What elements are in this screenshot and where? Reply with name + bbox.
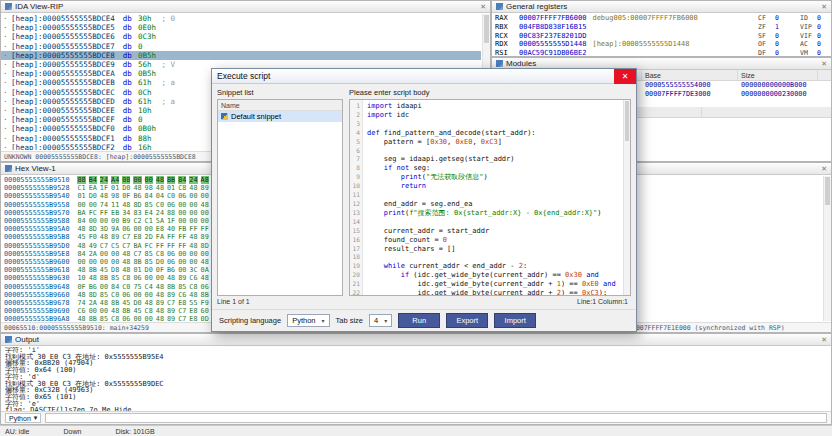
register-value[interactable]: 00C83F237E8201DD [519,32,586,40]
scrollbar-thumb[interactable] [484,15,489,43]
hex-byte: 45 [122,299,130,307]
module-base: 00007FFFF7DE3000 [642,90,738,99]
cpu-flag[interactable]: ZF1 [758,23,779,32]
panel-icon [496,3,503,10]
output-line: 字符值: 0x64 (100) [5,367,822,374]
modules-header-size[interactable]: Size [738,70,818,80]
hex-byte: C0 [111,291,119,299]
line-number: 22 [350,289,360,296]
interpreter-select[interactable]: Python ▾ [5,413,41,423]
hex-byte: 48 [201,274,209,282]
hex-byte: C0 [122,283,130,291]
editor-caret-status: Line:1 Column:1 [349,296,631,307]
modules-header-base[interactable]: Base [642,70,738,80]
hex-byte: 48 [89,274,97,282]
disasm-mnemonic: db [123,23,132,32]
tab-size-select[interactable]: 4 ▾ [369,314,392,327]
editor-scrollbar[interactable] [623,100,630,295]
hex-address: 00005555555B9678 [4,299,69,307]
snippet-item[interactable]: Default snippet [218,111,342,122]
hex-byte: C0 [156,201,164,209]
disasm-mnemonic: db [123,69,132,78]
disasm-address: [heap]:00005555555BDCE8 [11,51,115,60]
editor-column: Please enter script body 123456789101112… [349,88,631,307]
hex-byte: C8 [145,307,153,315]
disasm-panel-titlebar[interactable]: IDA View-RIP ✕ [1,1,490,13]
code-line: end_addr = seg.end_ea [367,200,630,209]
flag-name: VIP [800,23,817,32]
hex-byte: 48 [133,184,141,192]
hex-byte: 88 [77,176,85,184]
disasm-line[interactable]: ·[heap]:00005555555BDCE4db30h; 0 [1,14,481,23]
chevron-down-icon: ▾ [34,414,38,422]
disasm-operand: 0 [138,42,143,51]
hex-byte: 2D [145,233,153,241]
command-input[interactable] [45,413,827,423]
close-icon[interactable]: ✕ [821,60,827,67]
breakpoint-gutter: · [3,134,11,143]
scrollbar-thumb[interactable] [825,177,830,205]
close-icon[interactable]: ✕ [821,336,827,343]
hex-byte: FB [178,225,186,233]
disasm-line[interactable]: ·[heap]:00005555555BDCE5db0E0h [1,23,481,32]
hex-byte: 89 [167,291,175,299]
hex-byte: 00 [133,315,141,321]
cpu-flag[interactable]: VIP0 [800,23,821,32]
register-value[interactable]: 00005555555D1448 [519,40,586,48]
hex-byte: 00 [178,201,186,209]
disasm-line[interactable]: ·[heap]:00005555555BDCE7db0 [1,42,481,51]
snippet-list-header[interactable]: Name [218,100,342,111]
hex-byte: 06 [167,258,175,266]
cpu-flags-column-2: ID0VIP0VIF0AC0VM0 [800,14,821,58]
close-icon[interactable]: ✕ [821,165,827,172]
output-titlebar[interactable]: Output ✕ [1,334,831,346]
run-button[interactable]: Run [398,313,440,328]
cpu-flag[interactable]: VIF0 [800,32,821,41]
register-value[interactable]: 00AC59C91DB06BE2 [519,49,586,57]
dialog-titlebar[interactable]: Execute script ✕ [212,69,636,84]
register-annotation: debug005:00007FFFF7FB6000 [592,14,697,22]
cpu-flag[interactable]: CF0 [758,14,779,23]
code-line [367,120,630,129]
line-number: 6 [350,147,360,156]
breakpoint-gutter: · [3,51,11,60]
export-button[interactable]: Export [446,313,488,328]
register-value[interactable]: 004FB8D838F16B15 [519,23,586,31]
hex-address: 00005555555B95D0 [4,242,69,250]
chevron-down-icon: ▾ [322,317,325,324]
disasm-line[interactable]: ·[heap]:00005555555BDCE8db0B5h [1,51,481,60]
cpu-flag[interactable]: AC0 [800,40,821,49]
line-number: 10 [350,182,360,191]
hex-byte: 00 [145,225,153,233]
close-icon[interactable]: ✕ [480,3,486,10]
hex-byte: 89 [201,233,209,241]
hex-byte: C0 [167,192,175,200]
hex-byte: 48 [77,315,85,321]
hex-byte: 06 [122,315,130,321]
import-button[interactable]: Import [494,313,536,328]
disk-space: Disk: 101GB [115,428,154,435]
snippet-list[interactable]: Name Default snippet [217,99,343,296]
hex-byte: 00 [145,315,153,321]
disasm-mnemonic: db [123,134,132,143]
cpu-flag[interactable]: OF0 [758,40,779,49]
cpu-flag[interactable]: SF0 [758,32,779,41]
cpu-flag[interactable]: ID0 [800,14,821,23]
hex-byte: 48 [77,291,85,299]
close-icon[interactable]: ✕ [821,3,827,10]
script-code[interactable]: import idaapiimport idc def find_pattern… [363,100,630,295]
disasm-address: [heap]:00005555555BDCE6 [11,32,115,41]
stack-scrollbar[interactable] [823,176,831,321]
line-number: 11 [350,191,360,200]
scrollbar-thumb[interactable] [625,101,629,141]
snippet-column: Snippet list Name Default snippet Line 1… [217,88,343,307]
disasm-operand: 0 [138,115,143,124]
script-editor[interactable]: 12345678910111213141516171819202122 impo… [349,99,631,296]
disasm-line[interactable]: ·[heap]:00005555555BDCE6db0C3h [1,32,481,41]
language-select[interactable]: Python ▾ [287,314,329,327]
disasm-address: [heap]:00005555555BDCE9 [11,60,115,69]
register-value[interactable]: 00007FFFF7FB6000 [519,14,586,22]
close-button[interactable]: ✕ [614,69,636,84]
registers-panel-titlebar[interactable]: General registers ✕ [492,1,831,13]
output-line: 找到模式 30 E0 C3 在地址: 0x5555555B95E4 [5,354,822,361]
